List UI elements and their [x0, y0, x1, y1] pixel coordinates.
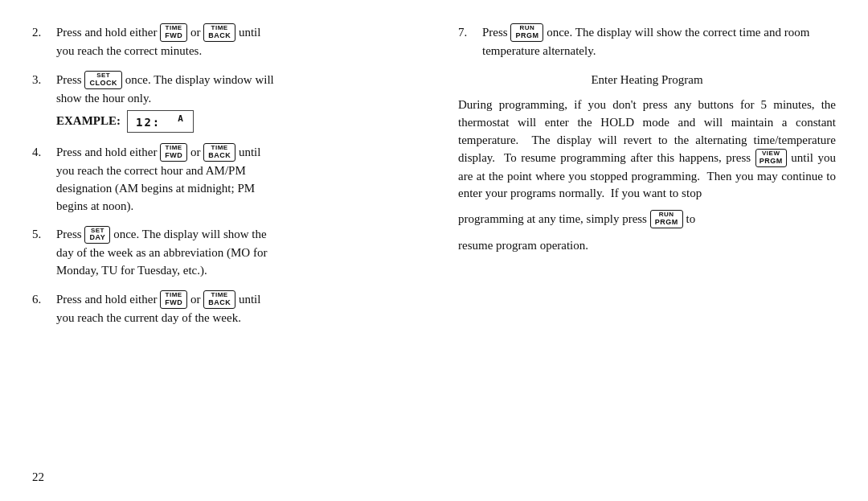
step-5: 5. Press SETDAY once. The display will s… [32, 226, 410, 279]
step-5-content: Press SETDAY once. The display will show… [56, 226, 410, 279]
step-7-num: 7. [458, 24, 476, 60]
time-back-btn-1[interactable]: TIMEBACK [203, 23, 235, 42]
time-back-btn-2[interactable]: TIMEBACK [203, 143, 235, 162]
page-layout: 2. Press and hold either TIMEFWD or TIME… [32, 24, 836, 485]
step-5-num: 5. [32, 226, 50, 279]
step-7: 7. Press RUNPRGM once. The display will … [458, 24, 836, 60]
left-column: 2. Press and hold either TIMEFWD or TIME… [32, 24, 418, 485]
view-prgm-btn[interactable]: VIEWPRGM [755, 149, 787, 167]
step-2-line2: you reach the correct minutes. [56, 43, 410, 60]
step-4-line4: begins at noon). [56, 198, 410, 216]
step-4-num: 4. [32, 144, 50, 215]
step-3-num: 3. [32, 72, 50, 133]
time-fwd-btn-3[interactable]: TIMEFWD [160, 290, 187, 309]
set-clock-btn[interactable]: SETCLOCK [84, 71, 122, 89]
right-para-1: During programming, if you don't press a… [458, 97, 836, 203]
section-heading: Enter Heating Program [458, 72, 836, 89]
step-3-content: Press SETCLOCK once. The display window … [56, 72, 410, 133]
run-prgm-btn-1[interactable]: RUNPRGM [510, 23, 543, 42]
step-2: 2. Press and hold either TIMEFWD or TIME… [32, 24, 410, 60]
page-number: 22 [32, 469, 44, 487]
step-4-content: Press and hold either TIMEFWD or TIMEBAC… [56, 144, 410, 215]
step-4-line2: you reach the correct hour and AM/PM [56, 162, 410, 180]
time-fwd-btn-1[interactable]: TIMEFWD [160, 23, 187, 42]
step-6: 6. Press and hold either TIMEFWD or TIME… [32, 291, 410, 327]
time-fwd-btn-2[interactable]: TIMEFWD [160, 143, 187, 162]
run-prgm-btn-2[interactable]: RUNPRGM [650, 210, 683, 228]
step-3: 3. Press SETCLOCK once. The display wind… [32, 72, 410, 133]
step-4: 4. Press and hold either TIMEFWD or TIME… [32, 144, 410, 215]
step-6-content: Press and hold either TIMEFWD or TIMEBAC… [56, 291, 410, 327]
time-back-btn-3[interactable]: TIMEBACK [203, 290, 235, 309]
example-display: 12: A [127, 110, 194, 133]
step-7-content: Press RUNPRGM once. The display will sho… [482, 24, 836, 60]
step-2-content: Press and hold either TIMEFWD or TIMEBAC… [56, 24, 410, 60]
right-para-3: resume program operation. [458, 237, 836, 255]
step-6-num: 6. [32, 291, 50, 327]
step-2-num: 2. [32, 24, 50, 60]
step-3-line2: show the hour only. [56, 90, 410, 108]
step-5-line2: day of the week as an abbreviation (MO f… [56, 244, 410, 262]
example-row: EXAMPLE: 12: A [56, 110, 410, 133]
step-5-line3: Monday, TU for Tuesday, etc.). [56, 262, 410, 280]
right-column: 7. Press RUNPRGM once. The display will … [450, 24, 836, 485]
step-4-line3: designation (AM begins at midnight; PM [56, 180, 410, 198]
right-para-2: programming at any time, simply press RU… [458, 211, 836, 229]
example-label: EXAMPLE: [56, 113, 121, 130]
set-day-btn[interactable]: SETDAY [84, 226, 110, 244]
step-6-line2: you reach the current day of the week. [56, 310, 410, 327]
